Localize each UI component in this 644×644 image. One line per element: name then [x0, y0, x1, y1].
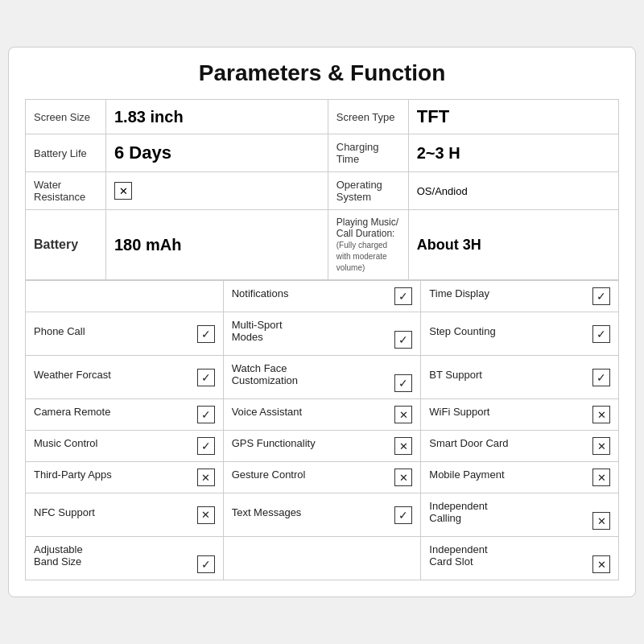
cell-camera-remote: Camera Remote	[26, 399, 224, 431]
gesture-checkbox	[394, 469, 412, 486]
weather-checkbox	[197, 369, 215, 386]
cell-nfc: NFC Support	[26, 493, 224, 537]
battery-life-label: Battery Life	[26, 134, 106, 172]
third-party-checkbox	[197, 469, 215, 486]
cell-voice-assistant: Voice Assistant	[223, 399, 421, 431]
table-row: NFC Support Text Messages IndependentCal…	[26, 493, 619, 537]
watch-face-checkbox	[394, 374, 412, 392]
main-card: Parameters & Function Screen Size 1.83 i…	[8, 47, 636, 597]
water-resistance-checkbox	[114, 182, 132, 200]
cell-independent-calling: IndependentCalling	[421, 493, 619, 537]
cell-bt-support: BT Support	[421, 356, 619, 399]
cell-time-display: Time Display	[421, 281, 619, 312]
battery-label: Battery	[26, 210, 106, 280]
os-label: OperatingSystem	[328, 172, 408, 210]
features-table: Notifications Time Display Phone Call Mu…	[25, 280, 619, 580]
charging-time-label: Charging Time	[328, 134, 408, 172]
cell-wifi-support: WiFi Support	[421, 399, 619, 431]
cell-weather: Weather Forcast	[26, 356, 224, 399]
cell-phone-call: Phone Call	[26, 312, 224, 356]
cell-third-party: Third-Party Apps	[26, 462, 224, 493]
wifi-support-checkbox	[592, 406, 610, 423]
battery-life-value: 6 Days	[106, 134, 328, 172]
table-row: Weather Forcast Watch FaceCustomization …	[26, 356, 619, 399]
cell-gps: GPS Functionality	[223, 431, 421, 462]
cell-mobile-payment: Mobile Payment	[421, 462, 619, 493]
screen-size-value: 1.83 inch	[106, 100, 328, 134]
cell-text-messages: Text Messages	[223, 493, 421, 537]
charging-time-value: 2~3 H	[408, 134, 618, 172]
gps-checkbox	[394, 437, 412, 455]
cell-smart-door: Smart Door Card	[421, 431, 619, 462]
independent-card-checkbox	[592, 555, 610, 573]
table-row: Music Control GPS Functionality Smart Do…	[26, 431, 619, 462]
music-duration-label: Playing Music/Call Duration:(Fully charg…	[328, 210, 408, 280]
music-duration-value: About 3H	[408, 210, 618, 280]
screen-type-label: Screen Type	[328, 100, 408, 134]
table-row: Camera Remote Voice Assistant WiFi Suppo…	[26, 399, 619, 431]
table-row: Third-Party Apps Gesture Control Mobile …	[26, 462, 619, 493]
cell-empty-1	[26, 281, 224, 312]
cell-empty-2	[223, 537, 421, 580]
bt-support-checkbox	[592, 369, 610, 386]
water-resistance-value	[106, 172, 328, 210]
time-display-checkbox	[592, 287, 610, 305]
table-row: Battery Life 6 Days Charging Time 2~3 H	[26, 134, 619, 172]
step-counting-checkbox	[592, 325, 610, 343]
cell-notifications: Notifications	[223, 281, 421, 312]
multi-sport-checkbox	[394, 331, 412, 349]
cell-independent-card: IndependentCard Slot	[421, 537, 619, 580]
cell-watch-face: Watch FaceCustomization	[223, 356, 421, 399]
battery-value: 180 mAh	[106, 210, 328, 280]
table-row: Phone Call Multi-SportModes Step Countin…	[26, 312, 619, 356]
table-row: WaterResistance OperatingSystem OS/Andio…	[26, 172, 619, 210]
phone-call-checkbox	[197, 325, 215, 343]
table-row: Notifications Time Display	[26, 281, 619, 312]
screen-size-label: Screen Size	[26, 100, 106, 134]
independent-calling-checkbox	[592, 512, 610, 530]
screen-type-value: TFT	[408, 100, 618, 134]
cell-band-size: AdjustableBand Size	[26, 537, 224, 580]
voice-assistant-checkbox	[394, 406, 412, 423]
camera-remote-checkbox	[197, 406, 215, 423]
text-messages-checkbox	[394, 506, 412, 524]
music-control-checkbox	[197, 437, 215, 455]
band-size-checkbox	[197, 555, 215, 573]
cell-music-control: Music Control	[26, 431, 224, 462]
smart-door-checkbox	[592, 437, 610, 455]
notifications-checkbox	[394, 287, 412, 305]
nfc-checkbox	[197, 506, 215, 524]
table-row: AdjustableBand Size IndependentCard Slot	[26, 537, 619, 580]
table-row: Battery 180 mAh Playing Music/Call Durat…	[26, 210, 619, 280]
cell-step-counting: Step Counting	[421, 312, 619, 356]
mobile-payment-checkbox	[592, 469, 610, 486]
cell-multi-sport: Multi-SportModes	[223, 312, 421, 356]
os-value: OS/Andiod	[408, 172, 618, 210]
water-resistance-label: WaterResistance	[26, 172, 106, 210]
page-title: Parameters & Function	[25, 60, 619, 86]
cell-gesture: Gesture Control	[223, 462, 421, 493]
table-row: Screen Size 1.83 inch Screen Type TFT	[26, 100, 619, 134]
params-table: Screen Size 1.83 inch Screen Type TFT Ba…	[25, 99, 619, 280]
